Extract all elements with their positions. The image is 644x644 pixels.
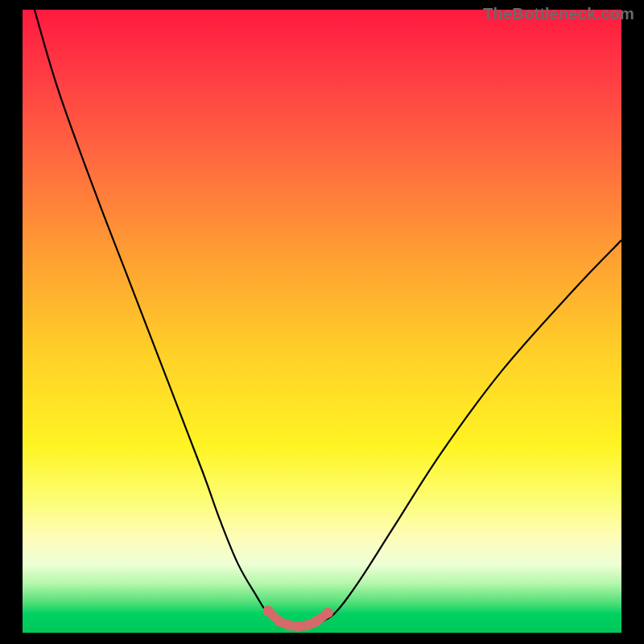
marker-dot	[302, 620, 312, 630]
marker-dot	[293, 621, 303, 632]
bottleneck-curve	[35, 10, 621, 627]
watermark-text: TheBottleneck.com	[483, 5, 634, 23]
marker-dot	[284, 620, 295, 630]
curve-layer	[23, 10, 621, 633]
marker-dot	[323, 608, 333, 618]
plot-area	[23, 10, 621, 633]
marker-dot	[311, 617, 321, 627]
chart-frame: TheBottleneck.com	[0, 0, 644, 644]
marker-dot	[263, 605, 274, 616]
marker-dot	[275, 617, 285, 627]
